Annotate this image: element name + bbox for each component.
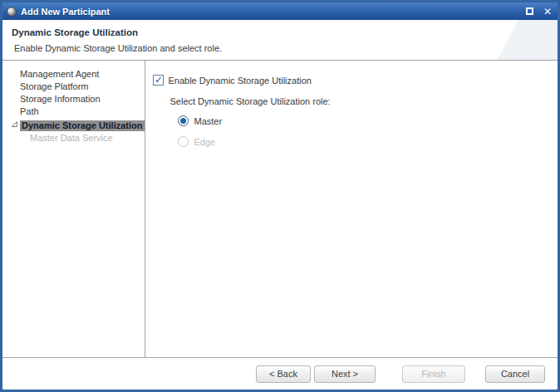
wizard-steps-sidebar: Management Agent Storage Platform Storag… [2,61,145,357]
add-new-participant-dialog: Add New Participant ✕ Dynamic Storage Ut… [0,0,560,392]
back-button[interactable]: < Back [256,365,311,383]
sidebar-item-storage-platform[interactable]: Storage Platform [2,81,145,93]
main-area: Management Agent Storage Platform Storag… [2,61,558,357]
page-content: ✓ Enable Dynamic Storage Utilization Sel… [145,61,558,357]
header-swoosh-decoration [458,20,558,61]
checkmark-icon: ✓ [155,76,163,84]
role-prompt-label: Select Dynamic Storage Utilization role: [169,96,558,106]
master-radio[interactable] [178,115,189,126]
cancel-button[interactable]: Cancel [485,365,545,383]
page-title: Dynamic Storage Utilization [12,27,558,37]
edge-radio-label: Edge [194,137,215,147]
titlebar[interactable]: Add New Participant ✕ [2,2,558,20]
sidebar-item-label: Dynamic Storage Utilization [20,120,145,131]
window-title: Add New Participant [21,7,526,17]
sidebar-item-dynamic-storage-utilization[interactable]: Dynamic Storage Utilization [2,119,145,131]
next-button[interactable]: Next > [314,365,376,383]
tree-expander-icon[interactable] [11,119,18,131]
sidebar-item-management-agent[interactable]: Management Agent [2,68,145,81]
maximize-icon[interactable] [526,7,533,15]
page-subtitle: Enable Dynamic Storage Utilization and s… [14,43,558,53]
enable-dsu-checkbox[interactable]: ✓ [153,75,164,86]
sidebar-item-storage-information[interactable]: Storage Information [2,93,145,105]
radio-dot [180,118,186,124]
sidebar-item-master-data-service: Master Data Service [2,132,145,145]
sidebar-item-path[interactable]: Path [2,105,145,118]
close-icon[interactable]: ✕ [543,7,552,17]
edge-radio [178,136,189,147]
wizard-button-bar: < Back Next > Finish Cancel [2,357,558,390]
enable-dsu-checkbox-label[interactable]: Enable Dynamic Storage Utilization [168,76,311,86]
finish-button: Finish [402,365,465,383]
wizard-header: Dynamic Storage Utilization Enable Dynam… [2,20,558,61]
participant-icon [7,7,17,17]
master-radio-label[interactable]: Master [194,116,222,126]
